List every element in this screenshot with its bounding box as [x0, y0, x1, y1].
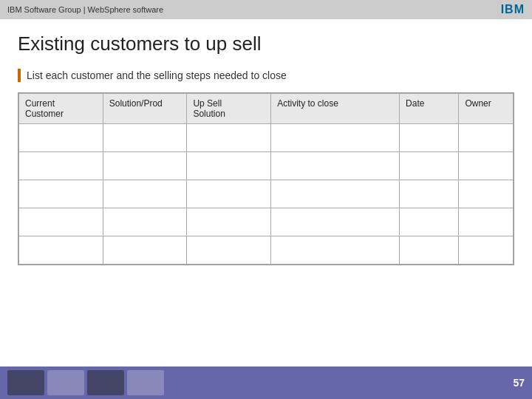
cell: [400, 180, 459, 208]
cell: [19, 124, 103, 152]
footer: 57: [0, 366, 532, 399]
col-header-date: Date: [400, 94, 459, 124]
cell: [19, 236, 103, 265]
cell: [271, 124, 400, 152]
footer-image-3: [87, 370, 124, 395]
cell: [271, 180, 400, 208]
header-bar: IBM Software Group | WebSphere software …: [0, 0, 532, 19]
subtitle-text: List each customer and the selling steps…: [27, 69, 287, 81]
footer-image-2: [47, 370, 84, 395]
cell: [271, 208, 400, 236]
table-row: [19, 208, 514, 236]
data-table: CurrentCustomer Solution/Prod Up SellSol…: [18, 93, 514, 265]
footer-image-1: [7, 370, 44, 395]
cell: [400, 236, 459, 265]
col-header-current-customer: CurrentCustomer: [19, 94, 103, 124]
cell: [187, 152, 271, 180]
cell: [19, 208, 103, 236]
table-row: [19, 180, 514, 208]
cell: [187, 180, 271, 208]
page-number: 57: [513, 377, 525, 389]
cell: [459, 208, 514, 236]
table-row: [19, 124, 514, 152]
cell: [19, 152, 103, 180]
subtitle-row: List each customer and the selling steps…: [18, 69, 514, 82]
cell: [187, 124, 271, 152]
cell: [187, 208, 271, 236]
cell: [459, 180, 514, 208]
cell: [187, 236, 271, 265]
page-title: Existing customers to up sell: [18, 33, 514, 55]
cell: [103, 180, 187, 208]
ibm-logo-text: IBM: [501, 3, 525, 16]
cell: [103, 208, 187, 236]
col-header-solution-prod: Solution/Prod: [103, 94, 187, 124]
table-header-row: CurrentCustomer Solution/Prod Up SellSol…: [19, 94, 514, 124]
ibm-logo: IBM: [501, 3, 525, 16]
cell: [19, 180, 103, 208]
table-row: [19, 152, 514, 180]
footer-image-4: [127, 370, 164, 395]
cell: [271, 236, 400, 265]
cell: [459, 152, 514, 180]
col-header-up-sell-solution: Up SellSolution: [187, 94, 271, 124]
cell: [459, 124, 514, 152]
col-header-owner: Owner: [459, 94, 514, 124]
accent-bar: [18, 69, 21, 82]
cell: [103, 124, 187, 152]
cell: [271, 152, 400, 180]
table-row: [19, 236, 514, 265]
cell: [400, 152, 459, 180]
cell: [400, 208, 459, 236]
cell: [459, 236, 514, 265]
main-content: Existing customers to up sell List each …: [0, 19, 532, 273]
cell: [400, 124, 459, 152]
data-table-wrapper: CurrentCustomer Solution/Prod Up SellSol…: [18, 92, 514, 265]
cell: [103, 236, 187, 265]
col-header-activity-to-close: Activity to close: [271, 94, 400, 124]
header-title: IBM Software Group | WebSphere software: [7, 5, 163, 14]
footer-images: [7, 370, 164, 395]
cell: [103, 152, 187, 180]
